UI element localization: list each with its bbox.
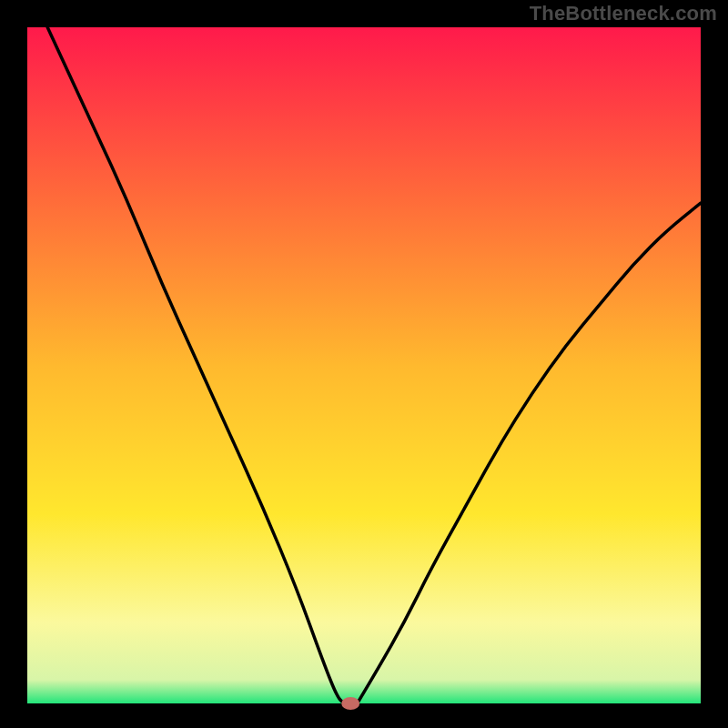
bottleneck-chart [0, 0, 728, 728]
sweet-spot-marker [341, 697, 359, 710]
plot-background [27, 27, 701, 703]
chart-frame: TheBottleneck.com [0, 0, 728, 728]
